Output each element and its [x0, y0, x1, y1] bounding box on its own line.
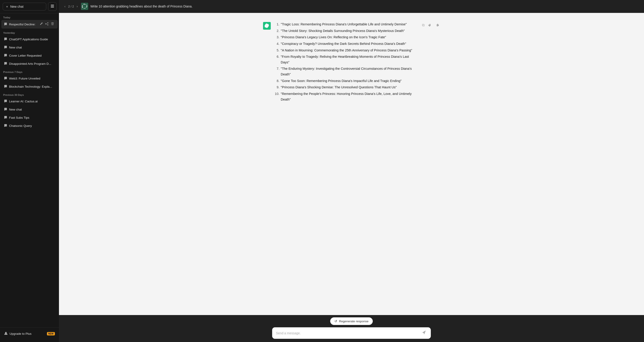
sidebar-item-chatsonic[interactable]: Chatsonic Query [1, 122, 58, 130]
upgrade-to-plus-item[interactable]: Upgrade to Plus NEW [1, 330, 58, 338]
headline-item: 1."Tragic Loss: Remembering Princess Dia… [274, 21, 418, 27]
new-badge: NEW [47, 332, 55, 336]
headline-number: 8. [274, 78, 279, 84]
section-label: Yesterday [0, 29, 59, 35]
sidebar-item-blockchain[interactable]: Blockchain Technology: Expla... [1, 83, 58, 91]
headline-item: 3."Princess Diana's Legacy Lives On: Ref… [274, 34, 418, 40]
headline-number: 5. [274, 48, 279, 53]
top-bar: ‹ 2 / 2 › Write 10 attention grabbing he… [59, 0, 644, 13]
headline-text: "A Nation in Mourning: Commemorating the… [281, 48, 412, 53]
headline-number: 6. [274, 54, 279, 65]
sidebar-item-respectful-decline[interactable]: Respectful Decline: [1, 20, 58, 28]
headline-item: 7."The Enduring Mystery: Investigating t… [274, 66, 418, 77]
sidebar-item-disappointed-arts[interactable]: Disappointed Arts Program D... [1, 60, 58, 68]
headline-item: 9."Princess Diana's Shocking Demise: The… [274, 84, 418, 90]
chat-item-label: Respectful Decline: [9, 23, 37, 26]
message-content: 1."Tragic Loss: Remembering Princess Dia… [274, 21, 418, 103]
headline-text: "Conspiracy or Tragedy? Unraveling the D… [281, 41, 406, 47]
sidebar-item-cover-letter[interactable]: Cover Letter Requested [1, 52, 58, 60]
headline-number: 10. [274, 91, 279, 102]
chat-item-label: Blockchain Technology: Expla... [9, 85, 55, 88]
section-label: Previous 30 Days [0, 91, 59, 97]
headlines-list: 1."Tragic Loss: Remembering Princess Dia… [274, 21, 418, 102]
upgrade-label: Upgrade to Plus [10, 332, 32, 336]
sidebar-item-learner-ai[interactable]: Learner AI: Cactus.ai [1, 97, 58, 105]
chat-icon [4, 124, 7, 128]
chat-area: 1."Tragic Loss: Remembering Princess Dia… [59, 13, 644, 315]
user-icon [4, 332, 8, 336]
headline-item: 4."Conspiracy or Tragedy? Unraveling the… [274, 41, 418, 47]
bottom-bar: ↺ Regenerate response [59, 315, 644, 342]
sidebar-item-web3[interactable]: Web3: Future Unveiled [1, 74, 58, 82]
send-button[interactable] [421, 330, 427, 336]
delete-chat-button[interactable] [50, 22, 55, 26]
headline-item: 10."Remembering the People's Princess: H… [274, 91, 418, 102]
message-actions: ⧉ [421, 22, 440, 103]
regenerate-button[interactable]: ↺ Regenerate response [330, 317, 373, 325]
headline-text: "The Enduring Mystery: Investigating the… [281, 66, 418, 77]
chat-item-label: Chatsonic Query [9, 124, 55, 128]
chat-icon [4, 85, 7, 89]
chat-item-label: Cover Letter Requested [9, 54, 55, 57]
chat-icon [4, 37, 7, 41]
chat-item-label: Web3: Future Unveiled [9, 77, 55, 80]
headline-item: 2."The Untold Story: Shocking Details Su… [274, 28, 418, 34]
headline-item: 8."Gone Too Soon: Remembering Princess D… [274, 78, 418, 84]
assistant-avatar [263, 22, 271, 30]
next-arrow[interactable]: › [76, 4, 79, 9]
prev-arrow[interactable]: ‹ [64, 4, 66, 9]
message-input-wrapper [272, 327, 431, 339]
message-input[interactable] [276, 331, 418, 335]
headline-number: 7. [274, 66, 279, 77]
chat-item-actions [39, 22, 55, 26]
chat-item-label: Disappointed Arts Program D... [9, 62, 55, 65]
headline-text: "Princess Diana's Legacy Lives On: Refle… [281, 34, 386, 40]
chat-item-label: ChatGPT Applications Guide [9, 38, 55, 41]
sidebar-sections: TodayRespectful Decline:YesterdayChatGPT… [0, 13, 59, 130]
edit-chat-button[interactable] [39, 22, 44, 26]
new-chat-button[interactable]: + New chat [3, 3, 46, 10]
thumbup-button[interactable] [427, 22, 433, 28]
section-label: Previous 7 Days [0, 68, 59, 74]
headline-item: 5."A Nation in Mourning: Commemorating t… [274, 48, 418, 53]
regen-label: Regenerate response [339, 320, 368, 323]
svg-rect-2 [51, 7, 54, 7]
headline-number: 3. [274, 34, 279, 40]
chat-icon [4, 54, 7, 57]
sidebar-item-new-chat-2[interactable]: New chat [1, 106, 58, 114]
thumbdown-button[interactable] [434, 22, 440, 28]
main-content: ‹ 2 / 2 › Write 10 attention grabbing he… [59, 0, 644, 342]
sidebar-header: + New chat [0, 0, 59, 13]
toggle-sidebar-button[interactable] [48, 2, 57, 11]
headline-number: 2. [274, 28, 279, 34]
chat-icon [4, 77, 7, 80]
model-icon [81, 3, 88, 10]
headline-text: "Gone Too Soon: Remembering Princess Dia… [281, 78, 402, 84]
chat-icon [4, 116, 7, 120]
nav-counter: 2 / 2 [67, 4, 75, 9]
sidebar-item-fast-subs[interactable]: Fast Subs Tips [1, 114, 58, 122]
chat-icon [4, 108, 7, 111]
chat-item-label: Learner AI: Cactus.ai [9, 100, 55, 103]
sidebar-item-new-chat-1[interactable]: New chat [1, 43, 58, 51]
regen-icon: ↺ [334, 319, 337, 323]
sidebar: + New chat TodayRespectful Decline:Yeste… [0, 0, 59, 342]
chat-icon [4, 99, 7, 103]
nav-arrows: ‹ 2 / 2 › [64, 4, 79, 9]
headline-text: "Tragic Loss: Remembering Princess Diana… [281, 21, 407, 27]
svg-rect-1 [51, 6, 54, 6]
sidebar-item-chatgpt-guide[interactable]: ChatGPT Applications Guide [1, 35, 58, 43]
toggle-icon [50, 4, 54, 9]
new-chat-label: New chat [10, 5, 23, 8]
share-chat-button[interactable] [44, 22, 49, 26]
section-label: Today [0, 13, 59, 20]
prompt-text: Write 10 attention grabbing headlines ab… [90, 4, 640, 8]
chat-item-label: New chat [9, 46, 55, 49]
headline-text: "The Untold Story: Shocking Details Surr… [281, 28, 405, 34]
chat-item-label: New chat [9, 108, 55, 111]
headline-number: 1. [274, 21, 279, 27]
sidebar-bottom: Upgrade to Plus NEW [0, 328, 59, 340]
chat-icon [4, 45, 7, 49]
chat-icon [4, 22, 7, 26]
copy-button[interactable]: ⧉ [421, 22, 426, 28]
